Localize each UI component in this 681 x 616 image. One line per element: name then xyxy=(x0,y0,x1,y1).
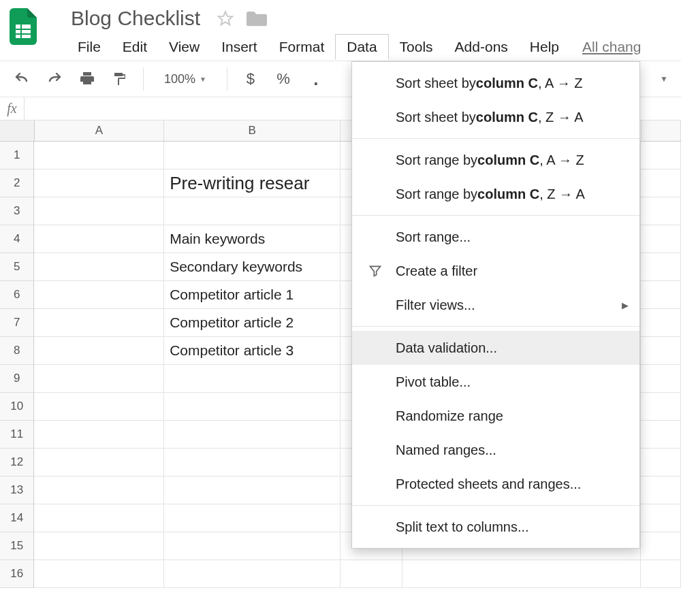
cell[interactable] xyxy=(641,309,681,337)
cell[interactable] xyxy=(641,281,681,309)
cell[interactable]: Competitor article 2 xyxy=(164,309,340,337)
format-currency-button[interactable]: $ xyxy=(236,65,266,93)
cell[interactable] xyxy=(34,393,164,421)
cell[interactable] xyxy=(641,560,681,588)
cell[interactable] xyxy=(164,421,340,449)
row-header[interactable]: 15 xyxy=(0,532,34,560)
save-status[interactable]: All chang xyxy=(582,39,641,55)
row-header[interactable]: 3 xyxy=(0,197,34,225)
cell[interactable] xyxy=(340,560,403,588)
cell[interactable] xyxy=(34,421,164,449)
cell[interactable] xyxy=(164,532,340,560)
cell[interactable] xyxy=(641,197,681,225)
cell[interactable] xyxy=(641,393,681,421)
menu-sort-sheet-za[interactable]: Sort sheet by column C, Z → A xyxy=(352,100,639,134)
paint-format-button[interactable] xyxy=(105,65,135,93)
menu-protected-sheets[interactable]: Protected sheets and ranges... xyxy=(352,467,639,501)
menu-insert[interactable]: Insert xyxy=(210,35,268,59)
cell[interactable]: Competitor article 3 xyxy=(164,337,340,365)
cell[interactable] xyxy=(34,281,164,309)
menu-randomize-range[interactable]: Randomize range xyxy=(352,399,639,433)
zoom-dropdown[interactable]: 100% ▼ xyxy=(152,72,219,86)
redo-button[interactable] xyxy=(39,65,69,93)
cell[interactable] xyxy=(641,421,681,449)
row-header[interactable]: 2 xyxy=(0,169,34,197)
row-header[interactable]: 13 xyxy=(0,476,34,504)
cell[interactable] xyxy=(164,504,340,532)
menu-view[interactable]: View xyxy=(158,35,210,59)
cell[interactable] xyxy=(34,337,164,365)
menu-sort-sheet-az[interactable]: Sort sheet by column C, A → Z xyxy=(352,66,639,100)
cell[interactable]: Main keywords xyxy=(164,225,340,253)
menu-sort-range[interactable]: Sort range... xyxy=(352,220,639,254)
cell[interactable] xyxy=(34,532,164,560)
row-header[interactable]: 8 xyxy=(0,337,34,365)
cell[interactable] xyxy=(34,225,164,253)
row-header[interactable]: 12 xyxy=(0,449,34,476)
menu-split-text[interactable]: Split text to columns... xyxy=(352,510,639,544)
menu-named-ranges[interactable]: Named ranges... xyxy=(352,433,639,467)
cell[interactable] xyxy=(34,253,164,281)
menu-file[interactable]: File xyxy=(67,35,112,59)
menu-sort-range-az[interactable]: Sort range by column C, A → Z xyxy=(352,143,639,177)
cell[interactable] xyxy=(641,225,681,253)
menu-sort-range-za[interactable]: Sort range by column C, Z → A xyxy=(352,177,639,211)
row-header[interactable]: 11 xyxy=(0,421,34,449)
cell[interactable] xyxy=(641,365,681,393)
cell[interactable] xyxy=(34,449,164,476)
row-header[interactable]: 10 xyxy=(0,393,34,421)
toolbar-more-dropdown[interactable]: ▼ xyxy=(654,65,674,93)
cell[interactable] xyxy=(34,365,164,393)
cell[interactable] xyxy=(402,560,641,588)
undo-button[interactable] xyxy=(7,65,37,93)
cell[interactable] xyxy=(641,449,681,476)
column-header-b[interactable]: B xyxy=(164,120,340,141)
cell[interactable] xyxy=(641,337,681,365)
cell[interactable] xyxy=(164,142,340,169)
star-icon[interactable] xyxy=(217,10,234,27)
select-all-corner[interactable] xyxy=(0,120,35,141)
menu-data-validation[interactable]: Data validation... xyxy=(352,331,639,365)
row-header[interactable]: 6 xyxy=(0,281,34,309)
row-header[interactable]: 4 xyxy=(0,225,34,253)
cell[interactable] xyxy=(34,560,164,588)
row-header[interactable]: 16 xyxy=(0,560,34,588)
folder-icon[interactable] xyxy=(247,10,267,27)
cell[interactable] xyxy=(164,365,340,393)
menu-tools[interactable]: Tools xyxy=(389,35,444,59)
menu-data[interactable]: Data xyxy=(335,34,388,60)
cell[interactable] xyxy=(641,476,681,504)
cell[interactable] xyxy=(641,504,681,532)
cell[interactable] xyxy=(34,309,164,337)
column-header-e[interactable] xyxy=(642,120,681,141)
menu-format[interactable]: Format xyxy=(268,35,336,59)
cell[interactable] xyxy=(641,142,681,169)
menu-filter-views[interactable]: Filter views... ▶ xyxy=(352,288,639,322)
cell[interactable] xyxy=(164,560,340,588)
document-title[interactable]: Blog Checklist xyxy=(67,5,204,31)
cell[interactable]: Secondary keywords xyxy=(164,253,340,281)
cell[interactable] xyxy=(34,504,164,532)
cell[interactable] xyxy=(34,142,164,169)
menu-addons[interactable]: Add-ons xyxy=(444,35,519,59)
cell[interactable] xyxy=(641,169,681,197)
menu-pivot-table[interactable]: Pivot table... xyxy=(352,365,639,399)
cell[interactable] xyxy=(164,197,340,225)
cell[interactable] xyxy=(34,197,164,225)
cell[interactable] xyxy=(164,449,340,476)
sheets-logo[interactable] xyxy=(7,5,39,48)
cell[interactable] xyxy=(164,476,340,504)
cell[interactable] xyxy=(34,476,164,504)
row-header[interactable]: 14 xyxy=(0,504,34,532)
cell[interactable]: Pre-writing resear xyxy=(164,169,340,197)
menu-edit[interactable]: Edit xyxy=(112,35,158,59)
cell[interactable] xyxy=(641,532,681,560)
column-header-a[interactable]: A xyxy=(35,120,165,141)
format-percent-button[interactable]: % xyxy=(268,65,298,93)
row-header[interactable]: 5 xyxy=(0,253,34,281)
cell[interactable] xyxy=(34,169,164,197)
cell[interactable] xyxy=(641,253,681,281)
row-header[interactable]: 1 xyxy=(0,142,34,169)
cell[interactable]: Competitor article 1 xyxy=(164,281,340,309)
print-button[interactable] xyxy=(72,65,102,93)
